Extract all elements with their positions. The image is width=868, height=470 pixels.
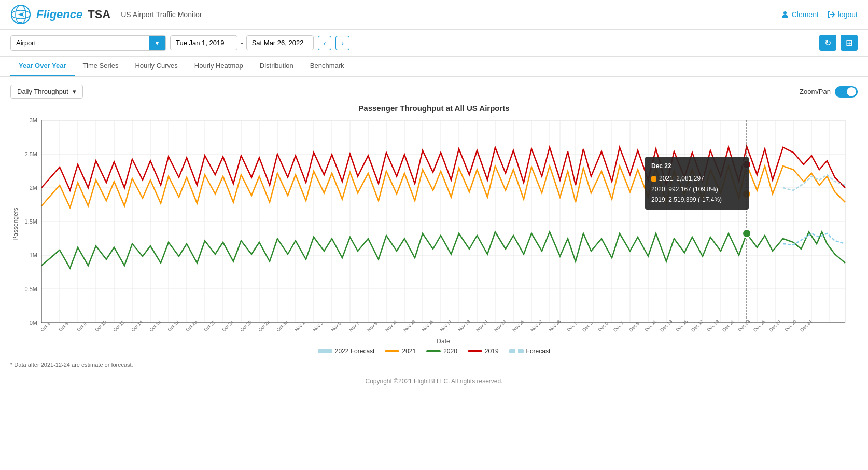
zoom-pan-toggle[interactable]: Zoom/Pan: [800, 86, 858, 98]
brand-name: Fligence: [36, 8, 82, 21]
brand-subtitle: US Airport Traffic Monitor: [121, 10, 202, 19]
legend-color-forecast: [509, 349, 524, 353]
tooltip-2019-value: 2019: 2,519,399 (-17.4%): [651, 195, 722, 205]
metric-dropdown[interactable]: Daily Throughput ▾: [10, 85, 83, 99]
user-icon: [781, 10, 789, 19]
tab-year-over-year[interactable]: Year Over Year: [10, 57, 75, 76]
chart-tooltip: Dec 22 2021: 2,081,297 2020: 992,167 (10…: [645, 157, 749, 210]
user-info: Clement: [781, 10, 819, 19]
date-start-input[interactable]: [170, 35, 237, 50]
legend-color-2020: [426, 350, 441, 352]
metric-label: Daily Throughput: [17, 88, 68, 95]
legend-color-2019: [468, 350, 482, 352]
tab-benchmark[interactable]: Benchmark: [302, 57, 353, 76]
legend-label-forecast: Forecast: [526, 348, 551, 355]
toggle-knob: [847, 87, 856, 96]
date-prev-button[interactable]: ‹: [318, 36, 332, 50]
svg-text:1.5M: 1.5M: [25, 218, 37, 225]
grid-button[interactable]: ⊞: [841, 35, 858, 51]
logout-icon: [827, 10, 835, 19]
tab-hourly-curves[interactable]: Hourly Curves: [127, 57, 186, 76]
legend-2019: 2019: [468, 348, 499, 355]
legend-2020: 2020: [426, 348, 457, 355]
svg-rect-3: [19, 22, 22, 23]
chart-legend: 2022 Forecast 2021 2020 2019 Forecast: [10, 348, 858, 355]
legend-label-2022-forecast: 2022 Forecast: [335, 348, 375, 355]
footnote: * Data after 2021-12-24 are estimate or …: [0, 357, 868, 372]
legend-label-2020: 2020: [443, 348, 457, 355]
airport-dropdown-button[interactable]: ▼: [149, 36, 165, 50]
svg-text:2.5M: 2.5M: [25, 151, 37, 157]
refresh-button[interactable]: ↻: [819, 35, 836, 51]
tab-hourly-heatmap[interactable]: Hourly Heatmap: [186, 57, 251, 76]
tooltip-row-2020: 2020: 992,167 (109.8%): [651, 184, 743, 195]
chart-title: Passenger Throughput at All US Airports: [10, 104, 858, 113]
header-right: Clement logout: [781, 10, 858, 19]
chart-container: Daily Throughput ▾ Zoom/Pan Passenger Th…: [0, 77, 868, 357]
toolbar: ▼ - ‹ › ↻ ⊞: [0, 30, 868, 57]
chart-toolbar: Daily Throughput ▾ Zoom/Pan: [10, 85, 858, 99]
header: Fligence TSA US Airport Traffic Monitor …: [0, 0, 868, 30]
tab-time-series[interactable]: Time Series: [75, 57, 127, 76]
legend-label-2021: 2021: [402, 348, 416, 355]
date-range: -: [170, 35, 314, 50]
svg-text:Date: Date: [437, 338, 450, 343]
logout-label: logout: [838, 10, 858, 19]
legend-2022-forecast: 2022 Forecast: [318, 348, 375, 355]
zoom-pan-toggle-switch[interactable]: [835, 86, 858, 98]
airport-input[interactable]: [11, 36, 149, 50]
date-next-button[interactable]: ›: [335, 36, 349, 50]
svg-text:Passengers: Passengers: [12, 208, 19, 240]
chart-svg-wrapper: 3M 2.5M 2M 1.5M 1M 0.5M 0M Passengers: [10, 115, 858, 343]
metric-dropdown-icon: ▾: [73, 88, 76, 95]
legend-color-2021: [385, 350, 399, 352]
tooltip-date: Dec 22: [651, 161, 743, 171]
svg-text:2M: 2M: [30, 185, 37, 191]
legend-forecast: Forecast: [509, 348, 551, 355]
tooltip-2020-value: 2020: 992,167 (109.8%): [651, 184, 718, 195]
tooltip-row-2019: 2019: 2,519,399 (-17.4%): [651, 195, 743, 205]
toolbar-right: ↻ ⊞: [819, 35, 858, 51]
svg-text:3M: 3M: [30, 117, 37, 123]
logo-icon: [10, 4, 31, 25]
logout-button[interactable]: logout: [827, 10, 858, 19]
tooltip-row-2021: 2021: 2,081,297: [651, 173, 743, 184]
date-separator: -: [241, 39, 243, 47]
point-2020: [743, 229, 751, 238]
footer: Copyright ©2021 FlightBI LLC. All rights…: [0, 372, 868, 390]
brand-tsa: TSA: [88, 8, 110, 21]
header-left: Fligence TSA US Airport Traffic Monitor: [10, 4, 202, 25]
svg-text:0.5M: 0.5M: [25, 286, 37, 292]
zoom-pan-label: Zoom/Pan: [800, 88, 831, 95]
legend-label-2019: 2019: [485, 348, 499, 355]
user-name: Clement: [792, 10, 819, 19]
airport-selector[interactable]: ▼: [10, 35, 166, 51]
date-end-input[interactable]: [246, 35, 314, 50]
tooltip-2021-value: 2021: 2,081,297: [659, 173, 704, 184]
legend-color-2022-forecast: [318, 349, 332, 353]
main-chart[interactable]: 3M 2.5M 2M 1.5M 1M 0.5M 0M Passengers: [10, 115, 856, 343]
legend-2021: 2021: [385, 348, 416, 355]
svg-text:0M: 0M: [30, 320, 37, 326]
tabs: Year Over Year Time Series Hourly Curves…: [0, 57, 868, 77]
tab-distribution[interactable]: Distribution: [251, 57, 302, 76]
svg-text:1M: 1M: [30, 252, 37, 258]
svg-point-4: [783, 11, 787, 15]
tooltip-dot-2021: [651, 176, 656, 182]
